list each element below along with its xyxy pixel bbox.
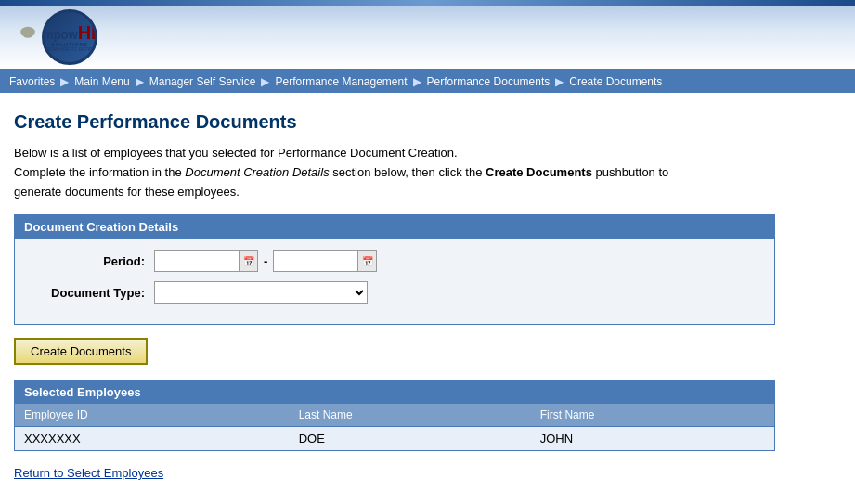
desc-line1: Below is a list of employees that you se…	[14, 146, 458, 160]
logo-hr: HR	[78, 22, 97, 43]
nav-item-main-menu[interactable]: Main Menu	[74, 75, 129, 88]
document-type-row: Document Type: Annual Review Mid-Year Re…	[33, 281, 756, 304]
desc-bold: Create Documents	[486, 165, 592, 179]
last-name-cell: DOE	[290, 427, 531, 451]
nav-item-performance-documents[interactable]: Performance Documents	[427, 75, 551, 88]
desc-line3: generate documents for these employees.	[14, 185, 240, 199]
selected-employees-table-wrapper: Selected Employees Employee ID Last Name…	[14, 380, 775, 451]
col-header-employee-id-link[interactable]: Employee ID	[24, 408, 88, 421]
period-start-wrapper: 📅	[154, 250, 258, 272]
return-to-select-employees-link[interactable]: Return to Select Employees	[14, 466, 163, 480]
col-header-last-name-link[interactable]: Last Name	[299, 408, 353, 421]
nav-sep-5: ▶	[555, 75, 564, 88]
period-row: Period: 📅 - 📅	[33, 250, 756, 272]
header: EmpowHR SOLUTIONS FROM HIRE TO RETIRE	[0, 6, 855, 71]
creation-details-body: Period: 📅 - 📅 Document Type:	[15, 239, 774, 324]
document-type-label: Document Type:	[33, 286, 154, 300]
first-name-cell: JOHN	[531, 427, 774, 451]
main-content: Create Performance Documents Below is a …	[0, 93, 855, 498]
calendar-start-button[interactable]: 📅	[239, 251, 257, 271]
period-start-input[interactable]	[155, 251, 239, 271]
logo-empow: Empow	[42, 28, 78, 42]
nav-item-favorites[interactable]: Favorites	[9, 75, 55, 88]
calendar-end-button[interactable]: 📅	[357, 251, 376, 271]
breadcrumb-nav: Favorites ▶ Main Menu ▶ Manager Self Ser…	[0, 71, 855, 93]
col-header-first-name-link[interactable]: First Name	[540, 408, 595, 421]
creation-details-header: Document Creation Details	[15, 215, 774, 239]
document-type-select[interactable]: Annual Review Mid-Year Review Probation …	[154, 281, 368, 304]
logo-wrapper: EmpowHR SOLUTIONS FROM HIRE TO RETIRE	[9, 9, 97, 65]
col-header-last-name: Last Name	[290, 404, 531, 427]
svg-point-3	[23, 32, 32, 37]
employees-table: Employee ID Last Name First Name XXXXXXX…	[15, 404, 774, 450]
nav-sep-1: ▶	[60, 75, 69, 88]
nav-item-create-documents: Create Documents	[569, 75, 662, 88]
eagle-icon	[9, 19, 46, 56]
table-row: XXXXXXX DOE JOHN	[15, 427, 774, 451]
period-dash: -	[264, 254, 267, 268]
selected-employees-header: Selected Employees	[15, 381, 774, 404]
nav-item-manager-self-service[interactable]: Manager Self Service	[149, 75, 256, 88]
period-inputs: 📅 - 📅	[154, 250, 377, 272]
col-header-first-name: First Name	[531, 404, 774, 427]
col-header-employee-id: Employee ID	[15, 404, 290, 427]
desc-italic: Document Creation Details	[185, 165, 329, 179]
period-end-wrapper: 📅	[273, 250, 377, 272]
description: Below is a list of employees that you se…	[14, 144, 841, 201]
desc-line2-prefix: Complete the information in the	[14, 165, 185, 179]
nav-sep-3: ▶	[261, 75, 269, 88]
create-documents-button[interactable]: Create Documents	[14, 338, 148, 365]
nav-sep-4: ▶	[413, 75, 421, 88]
nav-item-performance-management[interactable]: Performance Management	[275, 75, 407, 88]
logo-circle: EmpowHR SOLUTIONS FROM HIRE TO RETIRE	[42, 9, 97, 65]
desc-line2-suffix: pushbutton to	[592, 165, 668, 179]
creation-details-box: Document Creation Details Period: 📅 - 📅	[14, 214, 775, 325]
logo-tagline: FROM HIRE TO RETIRE	[42, 47, 97, 52]
table-header-row: Employee ID Last Name First Name	[15, 404, 774, 427]
period-label: Period:	[33, 254, 154, 268]
period-end-input[interactable]	[274, 251, 357, 271]
page-title: Create Performance Documents	[14, 111, 841, 133]
employee-id-cell: XXXXXXX	[15, 427, 290, 451]
nav-sep-2: ▶	[136, 75, 144, 88]
desc-line2-mid: section below, then click the	[330, 165, 486, 179]
